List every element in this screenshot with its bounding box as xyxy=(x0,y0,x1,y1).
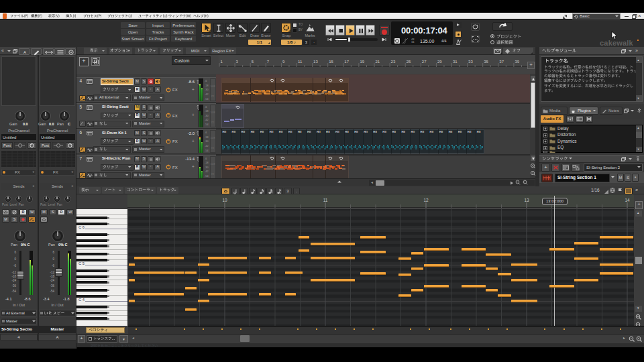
svg-text:-24: -24 xyxy=(11,279,16,282)
svg-text:31: 31 xyxy=(453,60,458,64)
svg-text:25: 25 xyxy=(407,60,411,64)
svg-text:11: 11 xyxy=(298,60,303,64)
svg-text:-36: -36 xyxy=(50,284,54,288)
svg-text:7: 7 xyxy=(267,60,270,64)
svg-text:14: 14 xyxy=(625,198,630,202)
svg-text:29: 29 xyxy=(437,60,442,64)
svg-text:-54: -54 xyxy=(50,290,54,293)
svg-text:17: 17 xyxy=(344,60,349,64)
svg-text:19: 19 xyxy=(360,60,364,64)
svg-text:6: 6 xyxy=(52,251,54,254)
svg-text:13: 13 xyxy=(313,60,318,64)
svg-text:0: 0 xyxy=(52,257,54,261)
svg-text:-12: -12 xyxy=(50,271,54,274)
svg-text:9: 9 xyxy=(282,60,285,64)
svg-text:-24: -24 xyxy=(50,279,54,282)
svg-text:A: A xyxy=(23,50,26,54)
svg-text:39: 39 xyxy=(515,60,519,64)
svg-text:5: 5 xyxy=(252,60,254,64)
svg-text:6: 6 xyxy=(14,251,16,254)
svg-text:-36: -36 xyxy=(11,284,16,288)
svg-text:-54: -54 xyxy=(11,290,16,293)
svg-text:10: 10 xyxy=(222,198,227,202)
svg-text:11: 11 xyxy=(323,198,328,202)
svg-text:35: 35 xyxy=(484,60,488,64)
svg-text:1: 1 xyxy=(221,60,223,64)
svg-text:13: 13 xyxy=(524,198,529,202)
svg-text:27: 27 xyxy=(422,60,427,64)
svg-text:-18: -18 xyxy=(11,275,16,278)
svg-text:12: 12 xyxy=(423,198,429,202)
svg-text:3: 3 xyxy=(236,60,239,64)
svg-text:-12: -12 xyxy=(11,271,16,274)
svg-text:33: 33 xyxy=(468,60,473,64)
svg-text:-6: -6 xyxy=(52,264,54,267)
svg-text:0: 0 xyxy=(14,257,16,261)
svg-text:-18: -18 xyxy=(50,275,54,278)
svg-text:-6: -6 xyxy=(13,264,16,267)
svg-text:15: 15 xyxy=(329,60,333,64)
svg-text:37: 37 xyxy=(499,60,504,64)
svg-text:23: 23 xyxy=(391,60,396,64)
svg-text:21: 21 xyxy=(376,60,380,64)
